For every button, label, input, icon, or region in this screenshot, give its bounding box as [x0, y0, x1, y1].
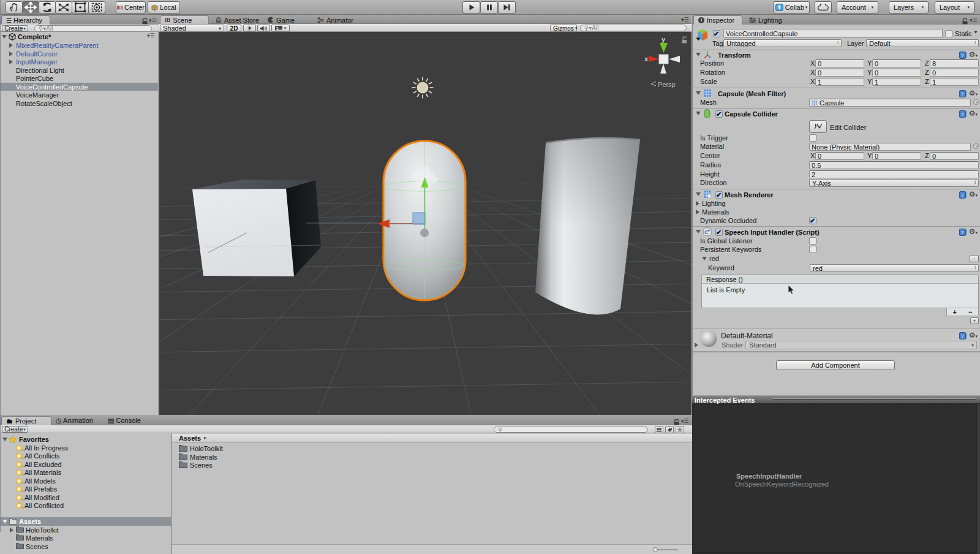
- svg-text:?: ?: [961, 53, 964, 58]
- svg-text:?: ?: [961, 192, 964, 198]
- svg-text:?: ?: [961, 333, 964, 339]
- svg-text:?: ?: [961, 230, 964, 235]
- svg-text:Persp: Persp: [658, 81, 676, 88]
- svg-text:x: x: [644, 55, 649, 63]
- svg-text:y: y: [662, 36, 666, 43]
- svg-text:?: ?: [961, 91, 964, 97]
- svg-text:?: ?: [961, 112, 964, 117]
